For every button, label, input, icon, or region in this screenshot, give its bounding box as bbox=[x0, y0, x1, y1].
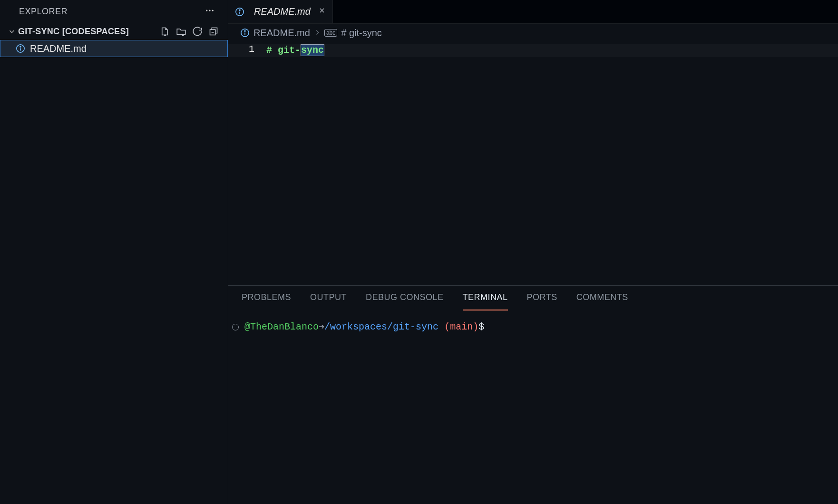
file-name-label: README.md bbox=[30, 43, 87, 54]
terminal-arrow: ➜ bbox=[319, 321, 324, 333]
panel-tab-debug-console[interactable]: DEBUG CONSOLE bbox=[366, 292, 444, 310]
terminal-paren-close: ) bbox=[473, 321, 478, 332]
info-icon bbox=[240, 28, 250, 38]
explorer-header: EXPLORER bbox=[0, 0, 228, 23]
code-text-prefix: # git- bbox=[266, 45, 301, 56]
terminal-user: @TheDanBlanco bbox=[244, 321, 319, 332]
terminal-output[interactable]: @TheDanBlanco ➜ /workspaces/git-sync (ma… bbox=[228, 310, 838, 504]
workspace-folder-header[interactable]: GIT-SYNC [CODESPACES] bbox=[0, 23, 228, 40]
code-content[interactable]: # git-sync bbox=[266, 42, 838, 285]
panel-tab-bar: PROBLEMS OUTPUT DEBUG CONSOLE TERMINAL P… bbox=[228, 286, 838, 310]
terminal-paren-open: ( bbox=[444, 321, 450, 332]
file-tree-item-readme[interactable]: README.md bbox=[0, 40, 228, 57]
explorer-sidebar: EXPLORER GIT-SYNC [CODESPACES] README.md bbox=[0, 0, 228, 504]
symbol-string-icon: abc bbox=[324, 29, 337, 37]
chevron-down-icon bbox=[9, 28, 15, 35]
panel-tab-ports[interactable]: PORTS bbox=[527, 292, 557, 310]
new-folder-icon[interactable] bbox=[176, 27, 186, 36]
more-actions-icon[interactable] bbox=[201, 4, 218, 19]
terminal-branch: main bbox=[450, 321, 473, 332]
panel-tab-comments[interactable]: COMMENTS bbox=[576, 292, 628, 310]
code-line-1[interactable]: # git-sync bbox=[266, 44, 838, 57]
panel-tab-terminal[interactable]: TERMINAL bbox=[463, 292, 508, 310]
editor-tab-readme[interactable]: README.md bbox=[228, 0, 333, 23]
chevron-right-icon bbox=[314, 28, 321, 38]
breadcrumb[interactable]: README.md abc # git-sync bbox=[228, 24, 838, 42]
svg-point-9 bbox=[244, 30, 245, 31]
explorer-title: EXPLORER bbox=[19, 7, 68, 17]
folder-actions bbox=[160, 27, 223, 36]
svg-point-1 bbox=[209, 10, 210, 11]
panel-tab-output[interactable]: OUTPUT bbox=[310, 292, 347, 310]
svg-point-0 bbox=[206, 10, 207, 11]
editor-main: README.md README.md abc # git-sync 1 # g… bbox=[228, 0, 838, 504]
svg-point-7 bbox=[239, 10, 240, 10]
terminal-path: /workspaces/git-sync bbox=[324, 321, 438, 332]
editor-tab-bar: README.md bbox=[228, 0, 838, 24]
info-icon bbox=[235, 7, 244, 17]
line-number-gutter: 1 bbox=[228, 42, 266, 285]
close-tab-icon[interactable] bbox=[318, 7, 326, 17]
code-editor[interactable]: 1 # git-sync bbox=[228, 42, 838, 285]
codespaces-circle-icon bbox=[232, 324, 239, 330]
code-text-selection: sync bbox=[301, 44, 324, 56]
breadcrumb-file[interactable]: README.md bbox=[253, 28, 310, 39]
terminal-prompt-line: @TheDanBlanco ➜ /workspaces/git-sync (ma… bbox=[232, 321, 834, 333]
terminal-prompt-symbol: $ bbox=[478, 321, 484, 332]
collapse-all-icon[interactable] bbox=[209, 27, 218, 36]
new-file-icon[interactable] bbox=[160, 27, 170, 36]
svg-point-5 bbox=[20, 46, 21, 47]
workspace-folder-name: GIT-SYNC [CODESPACES] bbox=[18, 27, 160, 37]
info-icon bbox=[16, 44, 25, 53]
panel-tab-problems[interactable]: PROBLEMS bbox=[242, 292, 291, 310]
tab-title: README.md bbox=[254, 6, 311, 17]
refresh-icon[interactable] bbox=[193, 27, 202, 36]
svg-point-2 bbox=[212, 10, 214, 11]
breadcrumb-symbol[interactable]: # git-sync bbox=[341, 28, 382, 39]
bottom-panel: PROBLEMS OUTPUT DEBUG CONSOLE TERMINAL P… bbox=[228, 285, 838, 504]
